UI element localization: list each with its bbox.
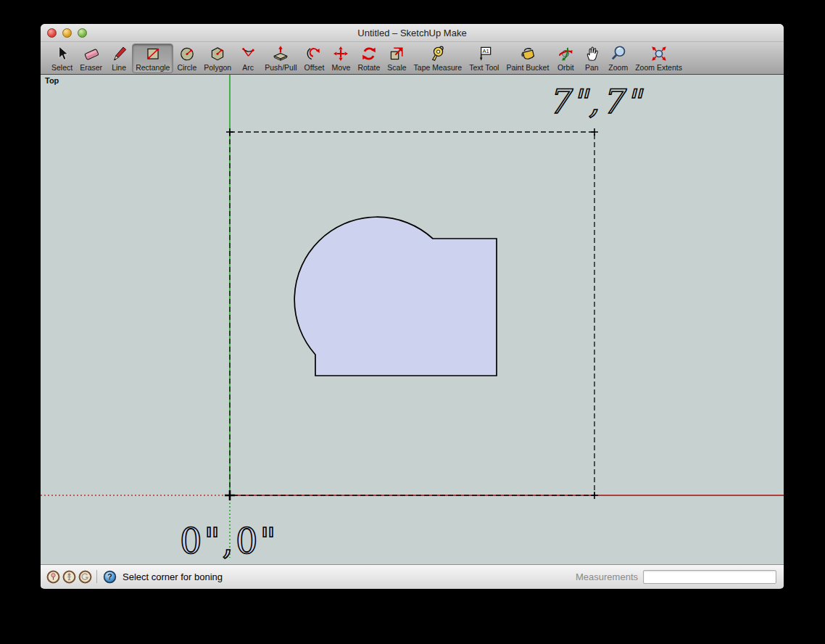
- tool-tape-measure[interactable]: Tape Measure: [410, 44, 466, 73]
- tool-label: Polygon: [204, 63, 231, 72]
- tool-label: Paint Bucket: [506, 63, 549, 72]
- tool-label: Select: [51, 63, 72, 72]
- pan-icon: [582, 44, 601, 63]
- text-tool-icon: A1: [475, 44, 494, 63]
- tool-scale[interactable]: Scale: [384, 44, 410, 73]
- status-icons: ?: [46, 570, 117, 584]
- tool-label: Zoom Extents: [635, 63, 682, 72]
- drawing-area[interactable]: 7",7" 0",0" Top: [41, 75, 784, 564]
- origin-marker: [225, 490, 235, 500]
- tool-label: Orbit: [557, 63, 574, 72]
- tool-select[interactable]: Select: [48, 44, 76, 73]
- line-icon: [109, 44, 128, 63]
- pushpull-icon: [271, 44, 290, 63]
- tool-label: Eraser: [80, 63, 102, 72]
- tool-line[interactable]: Line: [106, 44, 132, 73]
- window-title: Untitled – SketchUp Make: [41, 28, 784, 38]
- title-bar[interactable]: Untitled – SketchUp Make: [41, 24, 784, 42]
- tool-label: Rectangle: [136, 63, 170, 72]
- tool-text[interactable]: A1 Text Tool: [465, 44, 502, 73]
- tool-rectangle[interactable]: Rectangle: [132, 44, 173, 73]
- geolocation-icon[interactable]: [46, 570, 60, 584]
- tool-zoom[interactable]: Zoom: [605, 44, 631, 73]
- svg-text:?: ?: [107, 572, 112, 581]
- zoom-icon: [609, 44, 628, 63]
- view-label: Top: [45, 76, 59, 85]
- paint-bucket-icon: [518, 44, 537, 63]
- status-hint: Select corner for boning: [123, 571, 223, 582]
- tool-label: Circle: [177, 63, 196, 72]
- tool-label: Zoom: [608, 63, 628, 72]
- measurements-input[interactable]: [643, 570, 776, 584]
- help-icon[interactable]: ?: [103, 570, 117, 584]
- svg-text:A1: A1: [482, 48, 489, 54]
- tool-eraser[interactable]: Eraser: [76, 44, 106, 73]
- face-shape[interactable]: [294, 217, 497, 376]
- circle-icon: [178, 44, 196, 63]
- tool-label: Rotate: [357, 63, 380, 72]
- tool-pushpull[interactable]: Push/Pull: [261, 44, 300, 73]
- rectangle-icon: [144, 44, 162, 63]
- tool-polygon[interactable]: Polygon: [200, 44, 235, 73]
- arc-icon: [239, 44, 257, 63]
- tool-paint-bucket[interactable]: Paint Bucket: [502, 44, 552, 73]
- scale-icon: [387, 44, 406, 63]
- toolbar: Select Eraser Line: [41, 42, 784, 75]
- measurements-label: Measurements: [576, 571, 638, 582]
- tool-rotate[interactable]: Rotate: [354, 44, 384, 73]
- orbit-icon: [556, 44, 575, 63]
- tool-pan[interactable]: Pan: [579, 44, 605, 73]
- select-icon: [53, 44, 72, 63]
- tool-label: Scale: [387, 63, 406, 72]
- tool-label: Push/Pull: [265, 63, 297, 72]
- tool-label: Line: [112, 63, 126, 72]
- sketchup-window: Untitled – SketchUp Make Select Eraser: [41, 24, 784, 589]
- tool-circle[interactable]: Circle: [173, 44, 200, 73]
- tool-offset[interactable]: Offset: [301, 44, 328, 73]
- eraser-icon: [82, 44, 101, 63]
- drawing-canvas[interactable]: 7",7" 0",0": [41, 75, 784, 564]
- tape-measure-icon: [428, 44, 447, 63]
- tool-arc[interactable]: Arc: [235, 44, 261, 73]
- rotate-icon: [360, 44, 378, 63]
- status-bar: ? Select corner for boning Measurements: [41, 564, 784, 588]
- tool-label: Move: [332, 63, 351, 72]
- origin-coordinates-text: 0",0": [180, 521, 278, 561]
- cursor-coordinates-text: 7",7": [548, 82, 644, 121]
- tool-zoom-extents[interactable]: Zoom Extents: [631, 44, 686, 73]
- statusbar-separator: [96, 570, 97, 583]
- g-logo-icon[interactable]: [78, 570, 92, 584]
- tool-label: Text Tool: [469, 63, 499, 72]
- tool-label: Pan: [585, 63, 599, 72]
- tool-label: Tape Measure: [414, 63, 463, 72]
- tool-label: Offset: [304, 63, 325, 72]
- polygon-icon: [208, 44, 227, 63]
- tool-move[interactable]: Move: [328, 44, 354, 73]
- tool-label: Arc: [242, 63, 254, 72]
- zoom-extents-icon: [650, 44, 668, 63]
- person-credit-icon[interactable]: [62, 570, 76, 584]
- offset-icon: [304, 44, 323, 63]
- move-icon: [331, 44, 350, 63]
- tool-orbit[interactable]: Orbit: [552, 44, 579, 73]
